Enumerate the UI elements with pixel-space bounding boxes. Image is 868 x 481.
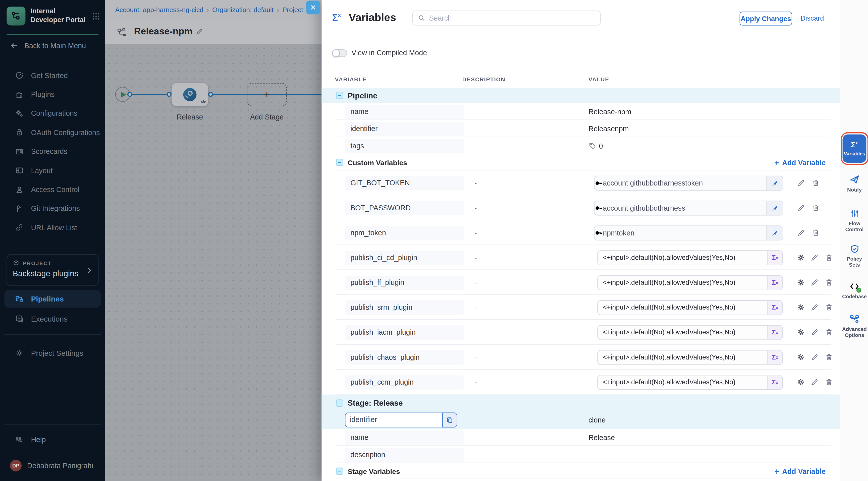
help-button[interactable]: ? Help: [15, 435, 46, 444]
secret-value-field[interactable]: account.githubbotharnesstoken: [594, 175, 783, 191]
edit-variable-button[interactable]: [797, 179, 806, 187]
access-control-icon: [15, 185, 24, 194]
edit-variable-button[interactable]: [810, 353, 819, 361]
close-panel-button[interactable]: ✕: [306, 0, 320, 14]
input-type-selector-button[interactable]: Σx: [767, 375, 782, 389]
edit-variable-button[interactable]: [810, 253, 819, 262]
edit-variable-button[interactable]: [810, 278, 819, 287]
delete-variable-button[interactable]: [825, 253, 834, 262]
check-badge-icon: ✓: [857, 288, 862, 293]
rail-tab-variables[interactable]: ΣxVariables: [843, 134, 867, 163]
sidebar-item-access-control[interactable]: Access Control: [0, 180, 105, 199]
module-divider: [6, 34, 98, 35]
expression-value-field[interactable]: <+input>.default(No).allowedValues(Yes,N…: [597, 250, 783, 265]
add-variable-button[interactable]: +Add Variable: [775, 158, 826, 167]
rail-tab-advanced-options[interactable]: AdvancedOptions: [840, 314, 868, 339]
variable-row-identifier: identifierReleasenpm: [322, 120, 840, 137]
pin-icon-button[interactable]: [766, 201, 783, 215]
compiled-mode-toggle[interactable]: [332, 49, 347, 57]
delete-variable-button[interactable]: [811, 203, 820, 212]
back-to-main-menu[interactable]: Back to Main Menu: [10, 39, 86, 51]
delete-variable-button[interactable]: [825, 353, 834, 361]
sidebar-item-executions[interactable]: Executions: [4, 310, 101, 328]
discard-button[interactable]: Discard: [800, 14, 824, 22]
collapse-minus-icon[interactable]: −: [336, 92, 343, 99]
rail-tab-label: PolicySets: [847, 256, 862, 268]
sidebar-item-url-allow-list[interactable]: URL Allow List: [0, 218, 105, 237]
edit-variable-button[interactable]: [797, 228, 806, 237]
edit-variable-button[interactable]: [810, 378, 819, 386]
variable-settings-button[interactable]: [797, 253, 805, 262]
plus-icon: +: [775, 158, 779, 167]
variable-description: -: [474, 253, 477, 262]
compiled-mode-label: View in Compiled Mode: [352, 49, 427, 57]
sidebar-item-oauth-configurations[interactable]: OAuth Configurations: [0, 123, 105, 142]
delete-variable-button[interactable]: [825, 328, 834, 336]
delete-variable-button[interactable]: [811, 228, 820, 237]
user-menu[interactable]: DP Debabrata Panigrahi: [10, 460, 93, 472]
input-type-selector-button[interactable]: Σx: [767, 251, 782, 264]
variable-name-pill: publish_ccm_plugin: [345, 375, 464, 389]
variable-settings-button[interactable]: [797, 328, 805, 336]
sidebar-item-pipelines[interactable]: Pipelines: [4, 290, 101, 308]
add-variable-button[interactable]: +Add Variable: [775, 467, 826, 476]
search-input[interactable]: [429, 14, 600, 22]
delete-variable-button[interactable]: [825, 378, 834, 386]
stage-identifier-input[interactable]: identifier: [345, 413, 442, 427]
chevron-right-icon: [86, 267, 93, 274]
project-selector[interactable]: PROJECT Backstage-plugins: [6, 254, 98, 286]
sidebar-item-label: Access Control: [31, 185, 80, 194]
sidebar-item-configurations[interactable]: Configurations: [0, 104, 105, 123]
expression-value-field[interactable]: <+input>.default(No).allowedValues(Yes,N…: [597, 325, 783, 340]
collapse-minus-icon[interactable]: −: [336, 468, 343, 475]
input-type-selector-button[interactable]: Σx: [767, 276, 782, 289]
expression-value-field[interactable]: <+input>.default(No).allowedValues(Yes,N…: [597, 300, 783, 315]
sidebar-item-get-started[interactable]: Get Started: [0, 66, 105, 85]
user-name: Debabrata Panigrahi: [27, 461, 93, 470]
sidebar-item-layout[interactable]: Layout: [0, 161, 105, 180]
edit-variable-button[interactable]: [810, 328, 819, 336]
secret-value-field[interactable]: npmtoken: [594, 225, 783, 240]
expression-value-field[interactable]: <+input>.default(No).allowedValues(Yes,N…: [597, 350, 783, 365]
expression-value-field[interactable]: <+input>.default(No).allowedValues(Yes,N…: [597, 375, 783, 390]
collapse-minus-icon[interactable]: −: [336, 399, 343, 407]
rail-tab-codebase[interactable]: ✓Codebase: [840, 281, 868, 300]
variable-settings-button[interactable]: [797, 378, 805, 386]
apply-changes-button[interactable]: Apply Changes: [740, 11, 792, 25]
rail-tab-flow-control[interactable]: FlowControl: [840, 209, 868, 233]
edit-variable-button[interactable]: [797, 203, 806, 212]
input-type-selector-button[interactable]: Σx: [767, 350, 782, 364]
sidebar-item-label: Plugins: [31, 90, 55, 98]
rail-tab-policy-sets[interactable]: PolicySets: [840, 244, 868, 268]
input-type-selector-button[interactable]: Σx: [767, 325, 782, 339]
variables-panel: Σx Variables Apply Changes Discard View …: [322, 0, 840, 481]
variable-name-pill: publish_chaos_plugin: [345, 350, 464, 364]
sidebar-divider: [4, 424, 101, 425]
secret-value-field[interactable]: account.githubbotharness: [594, 200, 783, 215]
delete-variable-button[interactable]: [825, 303, 834, 312]
variable-settings-button[interactable]: [797, 278, 805, 287]
module-grid-icon[interactable]: [92, 12, 100, 20]
variable-row-git-bot-token: GIT_BOT_TOKEN-account.githubbotharnessto…: [322, 170, 840, 195]
delete-variable-button[interactable]: [811, 179, 820, 187]
copy-icon-button[interactable]: [442, 413, 457, 427]
collapse-minus-icon[interactable]: −: [336, 159, 343, 166]
sidebar-item-project-settings[interactable]: Project Settings: [4, 344, 101, 362]
delete-variable-button[interactable]: [825, 278, 834, 287]
sidebar-item-git-integrations[interactable]: Git Integrations: [0, 199, 105, 218]
sidebar-menu: Get StartedPluginsConfigurationsOAuth Co…: [0, 66, 105, 237]
variable-settings-button[interactable]: [797, 303, 805, 312]
sidebar-item-scorecards[interactable]: Scorecards: [0, 142, 105, 161]
input-type-selector-button[interactable]: Σx: [767, 300, 782, 314]
secret-reference-text: account.githubbotharness: [603, 203, 685, 212]
variable-row-publish-iacm-plugin: publish_iacm_plugin-<+input>.default(No)…: [322, 320, 840, 345]
sidebar-item-plugins[interactable]: Plugins: [0, 85, 105, 104]
rail-tab-notify[interactable]: Notify: [840, 174, 868, 193]
section-row-stage-release: −Stage: Release: [322, 395, 840, 411]
pin-icon-button[interactable]: [766, 176, 783, 190]
expression-text: <+input>.default(No).allowedValues(Yes,N…: [598, 279, 735, 286]
pin-icon-button[interactable]: [766, 226, 783, 239]
edit-variable-button[interactable]: [810, 303, 819, 312]
variable-settings-button[interactable]: [797, 353, 805, 361]
expression-value-field[interactable]: <+input>.default(No).allowedValues(Yes,N…: [597, 275, 783, 290]
